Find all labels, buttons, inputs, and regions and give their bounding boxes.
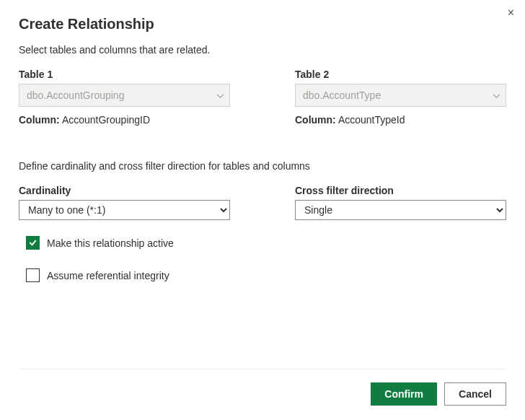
- table1-combobox[interactable]: [19, 84, 230, 107]
- cancel-button[interactable]: Cancel: [444, 382, 506, 406]
- dialog-footer: Confirm Cancel: [19, 369, 506, 406]
- cardinality-select[interactable]: Many to one (*:1): [19, 200, 230, 220]
- create-relationship-dialog: ✕ Create Relationship Select tables and …: [0, 0, 525, 420]
- table2-combobox[interactable]: [295, 84, 506, 107]
- cardinality-section-text: Define cardinality and cross filter dire…: [19, 160, 506, 172]
- table2-column-label: Column:: [295, 114, 336, 126]
- integrity-checkbox-label: Assume referential integrity: [47, 270, 169, 281]
- table1-column: Table 1 Column: AccountGroupingID: [19, 69, 230, 126]
- table2-input[interactable]: [295, 84, 506, 107]
- table1-column-value: AccountGroupingID: [62, 114, 150, 126]
- crossfilter-select[interactable]: Single: [295, 200, 506, 220]
- table1-label: Table 1: [19, 69, 230, 80]
- cardinality-row: Cardinality Many to one (*:1) Cross filt…: [19, 185, 506, 220]
- crossfilter-column: Cross filter direction Single: [295, 185, 506, 220]
- active-checkbox-label: Make this relationship active: [47, 237, 174, 249]
- integrity-checkbox-row: Assume referential integrity: [26, 268, 506, 282]
- crossfilter-select-wrap: Single: [295, 200, 506, 220]
- checkmark-icon: [28, 238, 38, 248]
- table1-column-label: Column:: [19, 114, 60, 126]
- table1-input[interactable]: [19, 84, 230, 107]
- active-checkbox[interactable]: [26, 236, 40, 250]
- dialog-title: Create Relationship: [19, 16, 506, 32]
- active-checkbox-row: Make this relationship active: [26, 236, 506, 250]
- table2-column-line: Column: AccountTypeId: [295, 114, 506, 126]
- close-button[interactable]: ✕: [504, 4, 518, 21]
- cardinality-label: Cardinality: [19, 185, 230, 196]
- crossfilter-label: Cross filter direction: [295, 185, 506, 196]
- cardinality-column: Cardinality Many to one (*:1): [19, 185, 230, 220]
- cardinality-select-wrap: Many to one (*:1): [19, 200, 230, 220]
- tables-row: Table 1 Column: AccountGroupingID Table …: [19, 69, 506, 126]
- close-icon: ✕: [507, 7, 515, 18]
- table2-label: Table 2: [295, 69, 506, 80]
- table1-column-line: Column: AccountGroupingID: [19, 114, 230, 126]
- dialog-subtitle: Select tables and columns that are relat…: [19, 44, 506, 56]
- confirm-button[interactable]: Confirm: [371, 382, 437, 406]
- integrity-checkbox[interactable]: [26, 268, 40, 282]
- table2-column-value: AccountTypeId: [338, 114, 405, 126]
- table2-column: Table 2 Column: AccountTypeId: [295, 69, 506, 126]
